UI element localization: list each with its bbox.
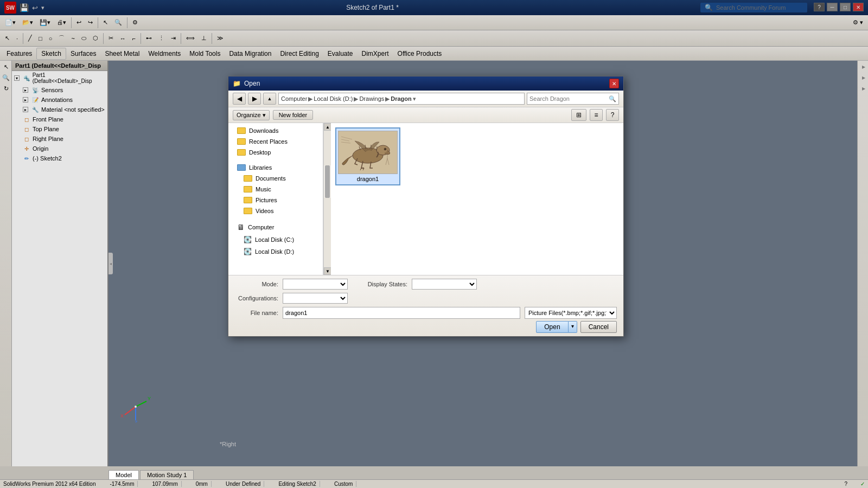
open-arrow-btn[interactable]: ▾ — [569, 321, 577, 333]
pictures-label: Pictures — [256, 197, 277, 203]
file-item-dragon1[interactable]: dragon1 — [335, 127, 400, 185]
local-disk-c-label: Local Disk (C:) — [255, 236, 294, 243]
left-scrollbar[interactable]: ▲ ▼ — [323, 123, 331, 275]
dialog-content-area: dragon1 — [331, 123, 623, 275]
nav-local-disk-c[interactable]: 💽 Local Disk (C:) — [228, 234, 323, 246]
bottom-tabs: Model Motion Study 1 — [108, 470, 194, 479]
computer-icon: 🖥 — [237, 223, 245, 232]
open-main-btn[interactable]: Open — [536, 321, 568, 333]
nav-pictures[interactable]: Pictures — [228, 195, 323, 206]
display-states-label: Display States: — [364, 281, 407, 287]
file-grid: dragon1 — [335, 127, 619, 185]
dialog-titlebar[interactable]: 📁 Open ✕ — [228, 76, 623, 91]
sep-bc4: ▾ — [413, 95, 416, 102]
organize-btn[interactable]: Organize ▾ — [233, 110, 270, 120]
statusbar: SolidWorks Premium 2012 x64 Edition -174… — [0, 479, 868, 488]
dragon1-filename: dragon1 — [357, 176, 379, 182]
nav-documents[interactable]: Documents — [228, 173, 323, 184]
nav-videos[interactable]: Videos — [228, 206, 323, 216]
nav-downloads[interactable]: Downloads — [228, 125, 323, 136]
config-status: Custom — [331, 481, 356, 487]
search-magnify-icon[interactable]: 🔍 — [609, 95, 616, 102]
local-disk-d-label: Local Disk (D:) — [255, 248, 294, 255]
breadcrumb-disk[interactable]: Local Disk (D:) — [314, 95, 353, 102]
open-dialog: 📁 Open ✕ ◀ ▶ ▲ Computer ▶ Local Disk (D:… — [228, 76, 624, 337]
dialog-back-btn[interactable]: ◀ — [233, 93, 246, 105]
dialog-forward-btn[interactable]: ▶ — [248, 93, 261, 105]
dialog-nav: ◀ ▶ ▲ Computer ▶ Local Disk (D:) ▶ Drawi… — [228, 91, 623, 107]
view-icons-btn[interactable]: ⊞ — [571, 109, 586, 121]
coord-z: 0mm — [193, 481, 212, 487]
organize-label: Organize — [237, 112, 261, 118]
filename-input[interactable] — [283, 307, 520, 319]
svg-point-11 — [384, 148, 386, 150]
dialog-title-text: Open — [244, 80, 260, 87]
configurations-group: Configurations: — [235, 293, 617, 304]
nav-music[interactable]: Music — [228, 184, 323, 195]
breadcrumb-dragon[interactable]: Dragon — [391, 95, 412, 102]
filetype-select[interactable]: Picture Files(*.bmp;*.gif;*.jpg;*. — [525, 307, 617, 319]
documents-label: Documents — [256, 175, 286, 182]
dialog-help-btn[interactable]: ? — [606, 109, 619, 121]
music-label: Music — [256, 186, 271, 192]
dialog-title: 📁 Open — [233, 80, 260, 87]
nav-recent-places[interactable]: Recent Places — [228, 136, 323, 147]
nav-local-disk-d[interactable]: 💽 Local Disk (D:) — [228, 246, 323, 258]
sep-bc3: ▶ — [385, 95, 390, 102]
scroll-down[interactable]: ▼ — [324, 267, 331, 275]
videos-label: Videos — [256, 208, 273, 214]
documents-folder-icon — [244, 175, 252, 182]
mode-display-row: Mode: Display States: — [235, 279, 617, 290]
search-box[interactable]: 🔍 — [527, 93, 619, 105]
pictures-folder-icon — [244, 197, 252, 203]
nav-desktop[interactable]: Desktop — [228, 147, 323, 158]
nav-computer[interactable]: 🖥 Computer — [228, 221, 323, 234]
breadcrumb-drawings[interactable]: Drawings — [359, 95, 384, 102]
display-states-group: Display States: — [364, 279, 477, 290]
breadcrumb-bar[interactable]: Computer ▶ Local Disk (D:) ▶ Drawings ▶ … — [278, 93, 525, 105]
new-folder-btn[interactable]: New folder — [273, 110, 314, 120]
downloads-folder-icon — [237, 127, 246, 134]
dialog-toolbar2: Organize ▾ New folder ⊞ ≡ ? — [228, 107, 623, 123]
search-input[interactable] — [529, 95, 609, 102]
coord-y: 107.09mm — [149, 481, 181, 487]
dialog-folder-icon: 📁 — [233, 80, 241, 87]
under-defined-status: Under Defined — [222, 481, 264, 487]
tab-model[interactable]: Model — [108, 470, 139, 479]
cancel-btn[interactable]: Cancel — [580, 321, 617, 333]
nav-libraries[interactable]: Libraries — [228, 162, 323, 173]
configurations-label: Configurations: — [235, 295, 278, 301]
configurations-select[interactable] — [283, 293, 348, 304]
downloads-label: Downloads — [249, 127, 278, 134]
dragon1-thumbnail — [338, 131, 398, 174]
dialog-body: Downloads Recent Places Desktop Librarie… — [228, 123, 623, 275]
recent-folder-icon — [237, 138, 246, 145]
dragon-image — [339, 131, 397, 174]
view-details-btn[interactable]: ≡ — [590, 109, 603, 121]
scroll-thumb[interactable] — [325, 165, 330, 198]
file-name-label: File name: — [235, 310, 278, 316]
scroll-up[interactable]: ▲ — [324, 123, 331, 131]
dialog-up-btn[interactable]: ▲ — [263, 93, 276, 105]
computer-label: Computer — [248, 224, 274, 230]
sw-edition: SolidWorks Premium 2012 x64 Edition — [3, 481, 95, 487]
mode-group: Mode: — [235, 279, 348, 290]
recent-label: Recent Places — [249, 138, 288, 145]
music-folder-icon — [244, 186, 252, 192]
dialog-left-nav: Downloads Recent Places Desktop Librarie… — [228, 123, 323, 275]
libraries-folder-icon — [237, 164, 246, 171]
help-icon[interactable]: ? — [842, 481, 850, 487]
disk-d-icon: 💽 — [244, 248, 252, 255]
sep-bc1: ▶ — [308, 95, 312, 102]
open-btn-group: Open ▾ — [536, 321, 577, 333]
dialog-close-button[interactable]: ✕ — [609, 79, 619, 88]
coord-x: -174.5mm — [106, 481, 138, 487]
display-states-select[interactable] — [412, 279, 477, 290]
videos-folder-icon — [244, 208, 252, 214]
tab-motion-study[interactable]: Motion Study 1 — [140, 470, 194, 479]
mode-select[interactable] — [283, 279, 348, 290]
breadcrumb-computer[interactable]: Computer — [281, 95, 307, 102]
disk-c-icon: 💽 — [244, 236, 252, 243]
libraries-label: Libraries — [249, 164, 272, 171]
desktop-folder-icon — [237, 149, 246, 156]
